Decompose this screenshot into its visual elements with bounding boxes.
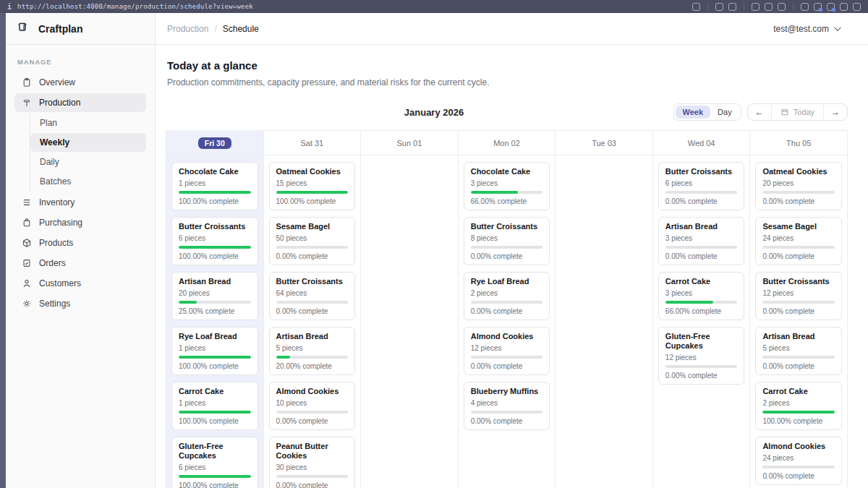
- production-card[interactable]: Artisan Bread5 pieces0.00% complete: [755, 327, 842, 375]
- production-card[interactable]: Oatmeal Cookies20 pieces0.00% complete: [755, 162, 842, 210]
- card-complete-label: 100.00% complete: [179, 417, 251, 425]
- progress-bar-fill: [179, 301, 197, 304]
- card-product-name: Gluten-Free Cupcakes: [179, 442, 251, 461]
- card-pieces: 64 pieces: [276, 289, 349, 297]
- sidebar-section-label: MANAGE: [6, 49, 155, 72]
- card-pieces: 15 pieces: [276, 179, 349, 187]
- sidebar-item-orders[interactable]: Orders: [14, 254, 146, 273]
- progress-bar-fill: [665, 301, 713, 304]
- card-complete-label: 100.00% complete: [179, 252, 251, 260]
- production-card[interactable]: Sesame Bagel24 pieces0.00% complete: [755, 217, 842, 265]
- card-complete-label: 20.00% complete: [276, 362, 349, 370]
- week-view-button[interactable]: Week: [676, 106, 711, 119]
- day-view-button[interactable]: Day: [710, 106, 739, 119]
- screenshot-icon[interactable]: [715, 3, 723, 11]
- sidebar-subitem-plan[interactable]: Plan: [30, 114, 146, 132]
- target-icon[interactable]: [778, 3, 786, 11]
- production-card[interactable]: Chocolate Cake3 pieces66.00% complete: [464, 162, 550, 210]
- card-product-name: Oatmeal Cookies: [276, 167, 349, 176]
- production-card[interactable]: Artisan Bread20 pieces25.00% complete: [171, 272, 258, 320]
- card-product-name: Sesame Bagel: [276, 222, 349, 231]
- sidebar-item-label: Production: [39, 98, 80, 108]
- production-card[interactable]: Butter Croissants64 pieces0.00% complete: [269, 272, 356, 320]
- production-card[interactable]: Carrot Cake1 pieces100.00% complete: [171, 382, 258, 430]
- url-text[interactable]: http://localhost:4000/manage/production/…: [17, 3, 253, 10]
- today-date-pill: Fri 30: [198, 137, 231, 149]
- window-edge-strip: [0, 13, 6, 488]
- production-card[interactable]: Oatmeal Cookies15 pieces100.00% complete: [269, 162, 356, 210]
- production-card[interactable]: Gluten-Free Cupcakes12 pieces0.00% compl…: [658, 327, 745, 385]
- production-card[interactable]: Almond Cookies24 pieces0.00% complete: [755, 437, 842, 485]
- sidebar-subitem-daily[interactable]: Daily: [30, 153, 146, 171]
- page-title: Today at a glance: [167, 59, 868, 72]
- card-complete-label: 0.00% complete: [276, 252, 349, 260]
- progress-bar: [471, 356, 543, 359]
- translate-icon[interactable]: [827, 3, 835, 11]
- card-pieces: 50 pieces: [276, 234, 349, 242]
- icon-group-divider: [707, 3, 708, 10]
- browser-address-bar: i http://localhost:4000/manage/productio…: [0, 0, 868, 13]
- picture-in-picture-icon[interactable]: [752, 3, 760, 11]
- breadcrumb-production[interactable]: Production: [167, 24, 208, 34]
- card-pieces: 5 pieces: [762, 344, 835, 352]
- production-card[interactable]: Almond Cookies12 pieces0.00% complete: [464, 327, 550, 375]
- production-card[interactable]: Artisan Bread3 pieces0.00% complete: [658, 217, 745, 265]
- production-card[interactable]: Almond Cookies10 pieces0.00% complete: [269, 382, 356, 430]
- production-card[interactable]: Rye Loaf Bread2 pieces0.00% complete: [464, 272, 550, 320]
- production-card[interactable]: Sesame Bagel50 pieces0.00% complete: [269, 217, 356, 265]
- card-product-name: Artisan Bread: [179, 277, 251, 286]
- production-card[interactable]: Artisan Bread5 pieces20.00% complete: [269, 327, 356, 375]
- production-card[interactable]: Butter Croissants6 pieces0.00% complete: [658, 162, 745, 210]
- sidebar-item-customers[interactable]: Customers: [14, 274, 146, 293]
- order-icon: [22, 258, 32, 268]
- sidebar-subitem-weekly[interactable]: Weekly: [30, 133, 146, 152]
- day-cards: Oatmeal Cookies20 pieces0.00% completeSe…: [750, 155, 847, 488]
- sidebar-item-purchasing[interactable]: Purchasing: [14, 213, 146, 232]
- sidebar-item-settings[interactable]: Settings: [14, 294, 146, 313]
- split-view-icon[interactable]: [853, 3, 861, 11]
- link-icon[interactable]: [692, 3, 700, 11]
- globe-icon[interactable]: [765, 3, 773, 11]
- next-week-button[interactable]: →: [824, 104, 847, 120]
- sidebar-item-products[interactable]: Products: [14, 234, 146, 252]
- sidebar-item-inventory[interactable]: Inventory: [14, 193, 146, 212]
- production-card[interactable]: Butter Croissants8 pieces0.00% complete: [464, 217, 550, 265]
- progress-bar-fill: [179, 246, 251, 249]
- production-card[interactable]: Chocolate Cake1 pieces100.00% complete: [171, 162, 258, 210]
- production-card[interactable]: Blueberry Muffins4 pieces0.00% complete: [464, 382, 550, 430]
- text-size-icon[interactable]: [840, 3, 848, 11]
- card-pieces: 6 pieces: [179, 234, 251, 242]
- production-card[interactable]: Butter Croissants12 pieces0.00% complete: [755, 272, 842, 320]
- today-button[interactable]: Today: [771, 104, 824, 120]
- card-pieces: 1 pieces: [179, 344, 251, 352]
- card-product-name: Sesame Bagel: [762, 222, 835, 231]
- sidebar-subitem-batches[interactable]: Batches: [30, 172, 146, 191]
- day-column-sat-31: Sat 31Oatmeal Cookies15 pieces100.00% co…: [264, 131, 362, 488]
- day-header: Wed 04: [653, 131, 750, 155]
- sidebar-item-label: Orders: [39, 258, 66, 268]
- prev-week-button[interactable]: ←: [748, 104, 771, 120]
- progress-bar-fill: [179, 475, 251, 478]
- progress-bar: [762, 356, 835, 359]
- production-card[interactable]: Carrot Cake2 pieces100.00% complete: [755, 382, 842, 430]
- card-pieces: 24 pieces: [762, 234, 835, 242]
- production-card[interactable]: Carrot Cake3 pieces66.00% complete: [658, 272, 745, 320]
- production-card[interactable]: Gluten-Free Cupcakes6 pieces100.00% comp…: [171, 437, 258, 488]
- production-card[interactable]: Rye Loaf Bread1 pieces100.00% complete: [171, 327, 258, 375]
- production-card[interactable]: Peanut Butter Cookies30 pieces0.00% comp…: [269, 437, 356, 488]
- progress-bar: [276, 246, 349, 249]
- sidebar-item-overview[interactable]: Overview: [14, 73, 146, 92]
- camera-icon[interactable]: [728, 3, 736, 11]
- passwords-icon[interactable]: [814, 3, 822, 11]
- sidebar-item-production[interactable]: Production: [14, 93, 146, 112]
- info-icon[interactable]: i: [7, 3, 12, 11]
- progress-bar: [762, 246, 835, 249]
- today-button-label: Today: [793, 108, 814, 116]
- brand-area[interactable]: Craftplan: [6, 13, 156, 44]
- production-card[interactable]: Butter Croissants6 pieces100.00% complet…: [171, 217, 258, 265]
- extensions-icon[interactable]: [801, 3, 809, 11]
- card-complete-label: 100.00% complete: [762, 417, 835, 425]
- card-product-name: Chocolate Cake: [179, 167, 251, 176]
- user-menu[interactable]: test@test.com: [773, 24, 868, 34]
- card-complete-label: 0.00% complete: [762, 362, 835, 370]
